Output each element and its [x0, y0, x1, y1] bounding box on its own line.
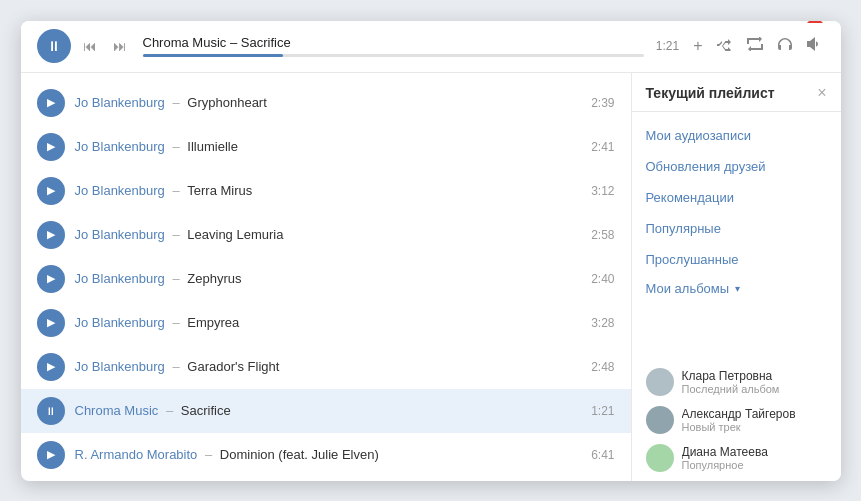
track-name: Dominion (feat. Julie Elven): [220, 447, 379, 462]
track-item[interactable]: ▶ Immediate Music – Follow Me 2:15: [21, 477, 631, 481]
track-duration: 2:41: [591, 140, 614, 154]
sidebar-user-item[interactable]: Клара Петровна Последний альбом: [632, 363, 841, 401]
track-item[interactable]: ▶ Jo Blankenburg – Gryphonheart 2:39: [21, 81, 631, 125]
headphones-button[interactable]: [775, 35, 795, 57]
music-player-window: ⏸ ⏮ ⏭ Chroma Music – Sacrifice 1:21 +: [21, 21, 841, 481]
track-item[interactable]: ▶ Jo Blankenburg – Zephyrus 2:40: [21, 257, 631, 301]
track-item[interactable]: ▶ Jo Blankenburg – Terra Mirus 3:12: [21, 169, 631, 213]
track-duration: 2:48: [591, 360, 614, 374]
track-artist: R. Armando Morabito: [75, 447, 198, 462]
track-artist: Jo Blankenburg: [75, 359, 165, 374]
track-play-button[interactable]: ▶: [37, 265, 65, 293]
sidebar-menu-item[interactable]: Мои аудиозаписи: [632, 120, 841, 151]
avatar: [646, 368, 674, 396]
track-artist: Jo Blankenburg: [75, 183, 165, 198]
current-song: Sacrifice: [241, 35, 291, 50]
volume-button[interactable]: [805, 35, 825, 57]
sidebar-menu-item[interactable]: Обновления друзей: [632, 151, 841, 182]
track-meta: Jo Blankenburg – Illumielle: [75, 139, 592, 154]
track-duration: 2:40: [591, 272, 614, 286]
user-name: Клара Петровна: [682, 369, 827, 383]
track-meta: Jo Blankenburg – Terra Mirus: [75, 183, 592, 198]
track-play-button[interactable]: ▶: [37, 353, 65, 381]
track-meta: Jo Blankenburg – Leaving Lemuria: [75, 227, 592, 242]
play-pause-button[interactable]: ⏸: [37, 29, 71, 63]
track-artist: Jo Blankenburg: [75, 271, 165, 286]
track-name: Illumielle: [187, 139, 238, 154]
track-artist: Jo Blankenburg: [75, 227, 165, 242]
track-duration: 3:12: [591, 184, 614, 198]
sidebar-title: Текущий плейлист: [646, 85, 775, 101]
track-duration: 6:41: [591, 448, 614, 462]
track-item[interactable]: ▶ Jo Blankenburg – Leaving Lemuria 2:58: [21, 213, 631, 257]
track-play-button[interactable]: ▶: [37, 133, 65, 161]
current-artist: Chroma Music: [143, 35, 227, 50]
user-info: Диана Матеева Популярное: [682, 445, 827, 471]
player-bar: ⏸ ⏮ ⏭ Chroma Music – Sacrifice 1:21 +: [21, 21, 841, 73]
shuffle-button[interactable]: [715, 35, 735, 57]
track-meta: Jo Blankenburg – Zephyrus: [75, 271, 592, 286]
track-play-button[interactable]: ▶: [37, 177, 65, 205]
prev-button[interactable]: ⏮: [79, 34, 101, 58]
user-track: Последний альбом: [682, 383, 827, 395]
track-duration: 3:28: [591, 316, 614, 330]
track-meta: Jo Blankenburg – Empyrea: [75, 315, 592, 330]
track-artist: Chroma Music: [75, 403, 159, 418]
track-item[interactable]: ▶ R. Armando Morabito – Dominion (feat. …: [21, 433, 631, 477]
sidebar-panel: Текущий плейлист × Мои аудиозаписиОбновл…: [631, 73, 841, 481]
track-duration: 2:58: [591, 228, 614, 242]
sidebar-menu-item[interactable]: Популярные: [632, 213, 841, 244]
track-duration: 2:39: [591, 96, 614, 110]
track-item[interactable]: ▶ Jo Blankenburg – Garador's Flight 2:48: [21, 345, 631, 389]
user-name: Диана Матеева: [682, 445, 827, 459]
avatar: [646, 444, 674, 472]
track-meta: Jo Blankenburg – Garador's Flight: [75, 359, 592, 374]
track-meta: Jo Blankenburg – Gryphonheart: [75, 95, 592, 110]
next-button[interactable]: ⏭: [109, 34, 131, 58]
sidebar-users: Клара Петровна Последний альбом Александ…: [632, 359, 841, 481]
sidebar-user-item[interactable]: Диана Матеева Популярное: [632, 439, 841, 477]
user-track: Новый трек: [682, 421, 827, 433]
sidebar-close-button[interactable]: ×: [817, 85, 826, 101]
current-track-title: Chroma Music – Sacrifice: [143, 35, 644, 50]
user-info: Александр Тайгеров Новый трек: [682, 407, 827, 433]
track-item[interactable]: ▶ Jo Blankenburg – Illumielle 2:41: [21, 125, 631, 169]
sidebar-menu-item[interactable]: Прослушанные: [632, 244, 841, 275]
track-list: ▶ Jo Blankenburg – Gryphonheart 2:39 ▶ J…: [21, 73, 631, 481]
track-artist: Jo Blankenburg: [75, 315, 165, 330]
track-duration: 1:21: [591, 404, 614, 418]
avatar: [646, 406, 674, 434]
repeat-button[interactable]: [745, 35, 765, 57]
sidebar-menu: Мои аудиозаписиОбновления друзейРекоменд…: [632, 112, 841, 359]
track-meta: Chroma Music – Sacrifice: [75, 403, 592, 418]
track-artist: Jo Blankenburg: [75, 139, 165, 154]
track-item[interactable]: ⏸ Chroma Music – Sacrifice 1:21: [21, 389, 631, 433]
main-content: ▶ Jo Blankenburg – Gryphonheart 2:39 ▶ J…: [21, 73, 841, 481]
track-play-button[interactable]: ▶: [37, 309, 65, 337]
user-name: Александр Тайгеров: [682, 407, 827, 421]
progress-bar[interactable]: [143, 54, 644, 57]
track-play-button[interactable]: ▶: [37, 89, 65, 117]
sidebar-menu-item[interactable]: Рекомендации: [632, 182, 841, 213]
sidebar-user-item[interactable]: Александр Тайгеров Новый трек: [632, 401, 841, 439]
player-actions: +: [691, 35, 824, 57]
time-display: 1:21: [656, 39, 679, 53]
track-name: Leaving Lemuria: [187, 227, 283, 242]
track-info: Chroma Music – Sacrifice: [131, 35, 656, 57]
track-name: Garador's Flight: [187, 359, 279, 374]
track-play-button[interactable]: ▶: [37, 441, 65, 469]
track-play-button[interactable]: ▶: [37, 221, 65, 249]
track-meta: R. Armando Morabito – Dominion (feat. Ju…: [75, 447, 592, 462]
track-name: Gryphonheart: [187, 95, 267, 110]
track-name: Terra Mirus: [187, 183, 252, 198]
albums-label: Мои альбомы: [646, 281, 730, 296]
add-button[interactable]: +: [691, 35, 704, 57]
sidebar-header: Текущий плейлист ×: [632, 73, 841, 112]
chevron-down-icon: ▾: [735, 283, 740, 294]
sidebar-albums-item[interactable]: Мои альбомы▾: [632, 275, 841, 302]
progress-fill: [143, 54, 283, 57]
track-item[interactable]: ▶ Jo Blankenburg – Empyrea 3:28: [21, 301, 631, 345]
track-play-button[interactable]: ⏸: [37, 397, 65, 425]
player-controls: ⏸ ⏮ ⏭: [37, 29, 131, 63]
track-name: Zephyrus: [187, 271, 241, 286]
